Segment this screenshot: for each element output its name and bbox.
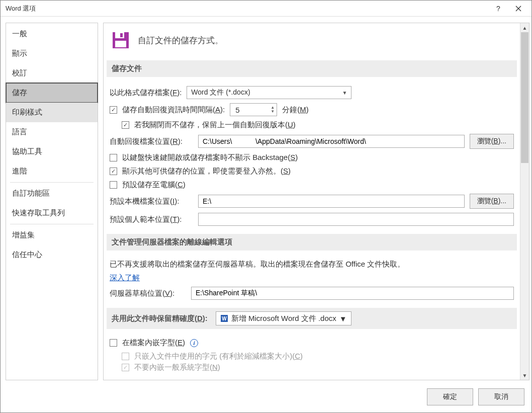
sidebar-item-quick-access[interactable]: 快速存取工具列	[6, 203, 98, 223]
chevron-down-icon: ▼	[342, 90, 347, 96]
sidebar-item-addins[interactable]: 增益集	[6, 225, 98, 245]
embed-used-chars-label: 只嵌入文件中使用的字元 (有利於縮減檔案大小)(C)	[134, 352, 303, 361]
learn-more-link[interactable]: 深入了解	[110, 273, 140, 283]
autorecover-label: 儲存自動回復資訊時間間隔(A):	[122, 105, 225, 115]
close-icon	[515, 6, 521, 12]
embed-fonts-checkbox[interactable]	[110, 339, 117, 347]
recover-loc-label: 自動回復檔案位置(R):	[110, 137, 193, 146]
sidebar-item-trust-center[interactable]: 信任中心	[6, 245, 98, 265]
offline-note: 已不再支援將取出的檔案儲存至伺服器草稿。取出的檔案現在會儲存至 Office 文…	[110, 260, 405, 269]
ok-button[interactable]: 確定	[427, 388, 473, 405]
scroll-down-icon[interactable]: ▼	[520, 371, 529, 380]
category-sidebar: 一般 顯示 校訂 儲存 印刷樣式 語言 協助工具 進階 自訂功能區 快速存取工具…	[6, 23, 98, 380]
content-panel: 自訂文件的儲存方式。 儲存文件 以此格式儲存檔案(F): Word 文件 (*.…	[104, 23, 520, 380]
show-other-label: 顯示其他可供儲存的位置，即使需要登入亦然。(S)	[122, 167, 291, 176]
scrollbar-thumb[interactable]	[521, 32, 528, 163]
fidelity-doc-combo[interactable]: W 新增 Microsoft Word 文件 .docx ▼	[216, 311, 351, 325]
embed-no-system-label: 不要內嵌一般系統字型(N)	[134, 363, 220, 371]
minutes-label: 分鐘(M)	[282, 105, 309, 115]
show-other-checkbox[interactable]: ✓	[110, 168, 117, 175]
sidebar-item-language[interactable]: 語言	[6, 122, 98, 142]
info-icon[interactable]: i	[190, 339, 198, 347]
format-label: 以此格式儲存檔案(F):	[110, 88, 182, 98]
sidebar-item-general[interactable]: 一般	[6, 24, 98, 44]
recover-loc-input[interactable]	[198, 135, 465, 148]
word-doc-icon: W	[220, 314, 228, 322]
sidebar-item-advanced[interactable]: 進階	[6, 161, 98, 181]
svg-text:W: W	[222, 316, 227, 321]
embed-used-chars-checkbox	[122, 353, 129, 360]
section-fidelity: 共用此文件時保留精確度(D): W 新增 Microsoft Word 文件 .…	[107, 308, 517, 329]
embed-no-system-checkbox: ✓	[122, 364, 129, 371]
save-page-icon	[111, 30, 131, 50]
svg-rect-2	[120, 33, 123, 37]
draft-loc-label: 伺服器草稿位置(V):	[110, 289, 186, 298]
no-backstage-checkbox[interactable]	[110, 154, 117, 161]
window-title: Word 選項	[6, 4, 488, 13]
svg-rect-1	[115, 32, 124, 38]
section-offline-editing: 文件管理伺服器檔案的離線編輯選項	[107, 234, 517, 251]
template-loc-label: 預設個人範本位置(T):	[110, 215, 193, 224]
sidebar-item-save[interactable]: 儲存	[6, 82, 98, 103]
chevron-down-icon: ▼	[339, 314, 347, 323]
page-title: 自訂文件的儲存方式。	[138, 35, 223, 46]
template-loc-input[interactable]	[198, 213, 514, 226]
default-loc-browse-button[interactable]: 瀏覽(B)...	[470, 194, 514, 209]
recover-browse-button[interactable]: 瀏覽(B)...	[470, 134, 514, 149]
sidebar-item-accessibility[interactable]: 協助工具	[6, 142, 98, 161]
default-loc-label: 預設本機檔案位置(I):	[110, 197, 193, 206]
embed-fonts-label: 在檔案內嵌字型(E)	[122, 338, 185, 348]
keep-last-checkbox[interactable]: ✓	[122, 121, 129, 129]
section-save-documents: 儲存文件	[107, 60, 517, 77]
svg-rect-3	[115, 41, 126, 47]
default-pc-label: 預設儲存至電腦(C)	[122, 180, 186, 190]
draft-loc-input[interactable]	[191, 287, 514, 300]
sidebar-item-proofing[interactable]: 校訂	[6, 63, 98, 83]
help-button[interactable]: ?	[488, 1, 508, 17]
default-pc-checkbox[interactable]	[110, 181, 117, 189]
close-button[interactable]	[508, 1, 528, 17]
default-loc-input[interactable]	[198, 195, 465, 208]
sidebar-item-typography[interactable]: 印刷樣式	[6, 103, 98, 122]
sidebar-item-customize-ribbon[interactable]: 自訂功能區	[6, 184, 98, 203]
format-combo[interactable]: Word 文件 (*.docx)▼	[187, 86, 351, 99]
cancel-button[interactable]: 取消	[478, 388, 524, 405]
scroll-up-icon[interactable]: ▲	[520, 23, 529, 32]
no-backstage-label: 以鍵盤快速鍵開啟或儲存檔案時不顯示 Backstage(S)	[122, 153, 298, 162]
autorecover-minutes-input[interactable]: 5 ▲▼	[230, 103, 277, 116]
keep-last-label: 若我關閉而不儲存，保留上一個自動回復版本(U)	[134, 120, 296, 130]
vertical-scrollbar[interactable]: ▲ ▼	[520, 23, 529, 380]
sidebar-item-display[interactable]: 顯示	[6, 44, 98, 63]
autorecover-checkbox[interactable]: ✓	[110, 106, 117, 114]
